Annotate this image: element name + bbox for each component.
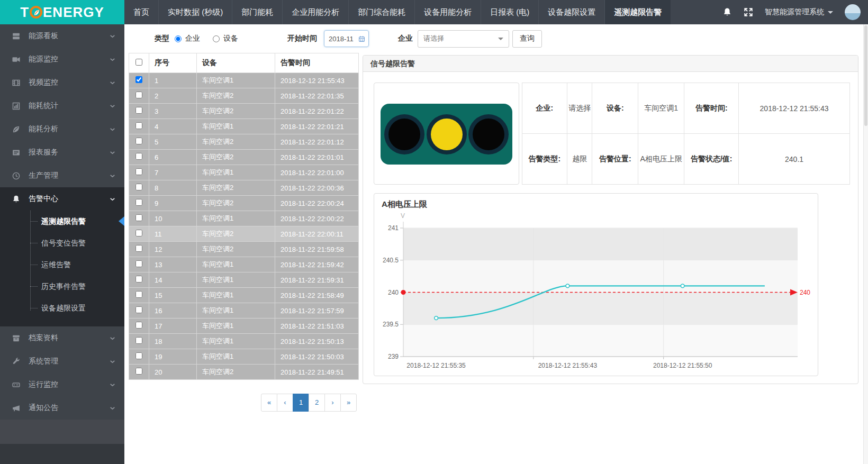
enterprise-filter-label: 企业 bbox=[398, 34, 413, 43]
table-row[interactable]: 11车间空调22018-11-22 22:00:11 bbox=[129, 226, 359, 242]
svg-text:240: 240 bbox=[388, 289, 399, 296]
row-checkbox[interactable] bbox=[135, 276, 142, 283]
sidebar-item[interactable]: 能源监控 bbox=[0, 48, 124, 71]
sidebar-item[interactable]: 通知公告 bbox=[0, 396, 124, 420]
row-checkbox[interactable] bbox=[135, 306, 142, 313]
sidebar-item[interactable]: 能耗统计 bbox=[0, 94, 124, 117]
table-row[interactable]: 17车间空调12018-11-22 21:51:03 bbox=[129, 319, 359, 334]
row-checkbox[interactable] bbox=[135, 230, 142, 236]
page-button[interactable]: « bbox=[261, 394, 277, 412]
row-num-cell: 19 bbox=[149, 349, 197, 365]
start-time-input[interactable] bbox=[329, 35, 358, 43]
table-row[interactable]: 5车间空调22018-11-22 22:01:12 bbox=[129, 134, 359, 150]
type-radio-option[interactable]: 设备 bbox=[213, 34, 238, 43]
table-row[interactable]: 13车间空调12018-11-22 21:59:42 bbox=[129, 257, 359, 272]
row-time-cell: 2018-11-22 21:59:58 bbox=[275, 242, 359, 257]
table-row[interactable]: 6车间空调22018-11-22 22:01:01 bbox=[129, 150, 359, 165]
page-button[interactable]: › bbox=[324, 394, 341, 412]
row-checkbox[interactable] bbox=[135, 291, 142, 298]
row-checkbox[interactable] bbox=[135, 92, 142, 98]
row-checkbox[interactable] bbox=[135, 260, 142, 267]
page-button[interactable]: 1 bbox=[293, 394, 309, 412]
row-checkbox[interactable] bbox=[135, 199, 142, 206]
row-time-cell: 2018-11-22 22:01:21 bbox=[275, 119, 359, 134]
sidebar-subitem[interactable]: 历史事件告警 bbox=[0, 276, 124, 297]
page-button[interactable]: 2 bbox=[309, 394, 325, 412]
nav-item[interactable]: 首页 bbox=[124, 0, 158, 24]
page-button[interactable]: ‹ bbox=[277, 394, 293, 412]
row-checkbox[interactable] bbox=[135, 168, 142, 175]
select-all-checkbox[interactable] bbox=[135, 59, 142, 66]
table-row[interactable]: 15车间空调12018-11-22 21:58:49 bbox=[129, 288, 359, 303]
sidebar-item[interactable]: 报表服务 bbox=[0, 141, 124, 164]
row-checkbox[interactable] bbox=[135, 214, 142, 221]
nav-item[interactable]: 实时数据 (秒级) bbox=[158, 0, 232, 24]
sidebar-item[interactable]: 系统管理 bbox=[0, 350, 124, 373]
sidebar-item[interactable]: 能耗分析 bbox=[0, 117, 124, 141]
row-checkbox[interactable] bbox=[135, 153, 142, 160]
row-checkbox-cell bbox=[129, 303, 149, 319]
sidebar-subitem[interactable]: 信号变位告警 bbox=[0, 232, 124, 254]
svg-text:240.5: 240.5 bbox=[383, 257, 399, 264]
sidebar-item[interactable]: 生产管理 bbox=[0, 164, 124, 187]
fullscreen-icon[interactable] bbox=[744, 7, 753, 17]
sidebar-subitem[interactable]: 运维告警 bbox=[0, 254, 124, 276]
type-radio-option[interactable]: 企业 bbox=[175, 34, 200, 43]
table-row[interactable]: 10车间空调12018-11-22 22:00:22 bbox=[129, 211, 359, 226]
sidebar-subitem[interactable]: 设备越限设置 bbox=[0, 297, 124, 319]
row-checkbox[interactable] bbox=[135, 138, 142, 144]
table-row[interactable]: 14车间空调12018-11-22 21:59:31 bbox=[129, 272, 359, 288]
table-row[interactable]: 2车间空调22018-11-22 22:01:35 bbox=[129, 88, 359, 104]
type-radio[interactable] bbox=[175, 35, 182, 42]
table-row[interactable]: 7车间空调12018-11-22 22:01:00 bbox=[129, 165, 359, 180]
query-button[interactable]: 查询 bbox=[512, 30, 542, 48]
alarm-table: 序号设备告警时间 1车间空调12018-12-12 21:55:432车间空调2… bbox=[129, 53, 358, 380]
info-value: 2018-12-12 21:55:43 bbox=[739, 83, 850, 134]
nav-item[interactable]: 部门综合能耗 bbox=[348, 0, 414, 24]
type-radio[interactable] bbox=[213, 35, 220, 42]
row-checkbox[interactable] bbox=[135, 107, 142, 114]
system-name-menu[interactable]: 智慧能源管理系统 bbox=[765, 7, 833, 17]
page-scrollbar[interactable] bbox=[863, 24, 868, 464]
table-row[interactable]: 1车间空调12018-12-12 21:55:43 bbox=[129, 73, 359, 88]
notification-bell-icon[interactable] bbox=[722, 7, 732, 17]
sidebar-item[interactable]: 档案资料 bbox=[0, 326, 124, 350]
row-checkbox[interactable] bbox=[135, 337, 142, 344]
table-row[interactable]: 8车间空调22018-11-22 22:00:36 bbox=[129, 180, 359, 196]
nav-item[interactable]: 设备越限设置 bbox=[538, 0, 604, 24]
table-row[interactable]: 19车间空调12018-11-22 21:50:03 bbox=[129, 349, 359, 365]
nav-item[interactable]: 遥测越限告警 bbox=[604, 0, 671, 24]
sidebar-item-label: 档案资料 bbox=[29, 333, 58, 343]
sidebar-subitem[interactable]: 遥测越限告警 bbox=[0, 211, 124, 232]
nav-item[interactable]: 部门能耗 bbox=[232, 0, 282, 24]
table-row[interactable]: 16车间空调12018-11-22 21:57:59 bbox=[129, 303, 359, 319]
sidebar-item[interactable]: 运行监控 bbox=[0, 373, 124, 396]
nav-item[interactable]: 企业用能分析 bbox=[282, 0, 348, 24]
table-row[interactable]: 12车间空调22018-11-22 21:59:58 bbox=[129, 242, 359, 257]
row-checkbox[interactable] bbox=[135, 368, 142, 375]
table-row[interactable]: 20车间空调22018-11-22 21:49:51 bbox=[129, 365, 359, 380]
row-checkbox[interactable] bbox=[135, 352, 142, 359]
table-row[interactable]: 3车间空调22018-11-22 22:01:22 bbox=[129, 104, 359, 119]
table-row[interactable]: 18车间空调12018-11-22 21:50:13 bbox=[129, 334, 359, 349]
page-button[interactable]: » bbox=[340, 394, 357, 412]
calendar-icon[interactable] bbox=[358, 35, 365, 43]
row-checkbox[interactable] bbox=[135, 122, 142, 129]
sidebar-item[interactable]: 能源看板 bbox=[0, 24, 124, 48]
sidebar-item[interactable]: 视频监控 bbox=[0, 71, 124, 94]
enterprise-select[interactable]: 请选择 bbox=[418, 30, 509, 48]
row-checkbox[interactable] bbox=[135, 322, 142, 329]
row-checkbox[interactable] bbox=[135, 245, 142, 252]
sidebar-item[interactable]: 告警中心 bbox=[0, 187, 124, 211]
table-row[interactable]: 4车间空调12018-11-22 22:01:21 bbox=[129, 119, 359, 134]
type-radio-label: 企业 bbox=[185, 34, 200, 43]
row-device-cell: 车间空调1 bbox=[197, 257, 275, 272]
scrollbar-thumb[interactable] bbox=[864, 25, 867, 126]
nav-item[interactable]: 设备用能分析 bbox=[414, 0, 481, 24]
row-num-cell: 7 bbox=[149, 165, 197, 180]
row-checkbox[interactable] bbox=[135, 184, 142, 190]
table-row[interactable]: 9车间空调22018-11-22 22:00:24 bbox=[129, 196, 359, 211]
user-avatar[interactable] bbox=[845, 4, 861, 20]
row-checkbox[interactable] bbox=[135, 76, 142, 83]
nav-item[interactable]: 日报表 (电) bbox=[481, 0, 538, 24]
